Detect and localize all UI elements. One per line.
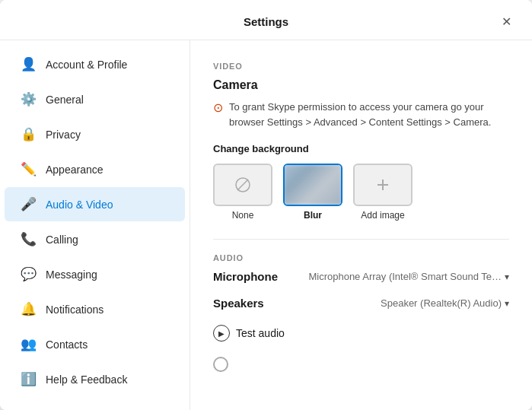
calling-icon: 📞 — [20, 231, 37, 247]
window-title: Settings — [37, 15, 495, 28]
video-section-label: VIDEO — [213, 62, 509, 71]
test-audio-label: Test audio — [236, 327, 285, 339]
bg-thumb-add[interactable] — [353, 164, 413, 206]
video-section: VIDEO Camera ⊙ To grant Skype permission… — [213, 62, 509, 221]
sidebar-item-messaging[interactable]: 💬 Messaging — [5, 257, 185, 291]
microphone-label: Microphone — [213, 270, 278, 283]
warning-icon: ⊙ — [213, 100, 223, 115]
audio-video-icon: 🎤 — [20, 196, 37, 212]
sidebar-label-audio-video: Audio & Video — [46, 199, 113, 211]
main-panel: VIDEO Camera ⊙ To grant Skype permission… — [190, 40, 532, 410]
microphone-setting: Microphone Microphone Array (Intel® Smar… — [213, 270, 509, 283]
change-background-label: Change background — [213, 143, 509, 154]
sidebar-label-privacy: Privacy — [46, 129, 81, 141]
content-area: 👤 Account & Profile ⚙️ General 🔒 Privacy… — [0, 40, 532, 410]
bg-option-none[interactable]: None — [213, 164, 272, 221]
sidebar-label-calling: Calling — [46, 234, 78, 246]
svg-line-1 — [237, 180, 248, 190]
speakers-setting: Speakers Speaker (Realtek(R) Audio) ▾ — [213, 297, 509, 310]
notifications-icon: 🔔 — [20, 301, 37, 317]
sidebar-item-notifications[interactable]: 🔔 Notifications — [5, 292, 185, 326]
sidebar-item-help[interactable]: ℹ️ Help & Feedback — [5, 362, 185, 396]
bg-thumb-none[interactable] — [213, 164, 272, 206]
sidebar: 👤 Account & Profile ⚙️ General 🔒 Privacy… — [0, 40, 190, 410]
sidebar-item-account[interactable]: 👤 Account & Profile — [5, 47, 185, 81]
plus-icon — [374, 176, 391, 193]
bottom-hint-row — [213, 357, 509, 372]
bg-caption-none: None — [232, 210, 254, 221]
sidebar-item-appearance[interactable]: ✏️ Appearance — [5, 152, 185, 186]
audio-section: AUDIO Microphone Microphone Array (Intel… — [213, 253, 509, 372]
bg-option-add[interactable]: Add image — [353, 164, 413, 221]
sidebar-item-privacy[interactable]: 🔒 Privacy — [5, 117, 185, 151]
warning-text: To grant Skype permission to access your… — [229, 100, 509, 129]
close-button[interactable]: ✕ — [495, 11, 517, 32]
circle-indicator-icon — [213, 357, 228, 372]
sidebar-label-help: Help & Feedback — [46, 373, 127, 386]
play-icon: ▶ — [213, 325, 230, 342]
bg-option-blur[interactable]: Blur — [283, 164, 342, 221]
account-icon: 👤 — [20, 56, 37, 72]
sidebar-label-general: General — [46, 94, 84, 106]
camera-title: Camera — [213, 78, 509, 92]
content-settings-link: Content Settings — [369, 116, 442, 128]
section-divider — [213, 239, 509, 240]
speakers-label: Speakers — [213, 297, 264, 310]
microphone-value: Microphone Array (Intel® Smart Sound Te… — [308, 271, 502, 282]
sidebar-item-general[interactable]: ⚙️ General — [5, 82, 185, 116]
titlebar: Settings ✕ — [0, 0, 532, 40]
test-audio-button[interactable]: ▶ Test audio — [213, 323, 285, 343]
speakers-dropdown[interactable]: Speaker (Realtek(R) Audio) ▾ — [381, 297, 509, 309]
audio-section-label: AUDIO — [213, 253, 509, 262]
advanced-link: Advanced — [314, 116, 358, 128]
help-icon: ℹ️ — [20, 371, 37, 387]
sidebar-item-audio-video[interactable]: 🎤 Audio & Video — [5, 187, 185, 221]
general-icon: ⚙️ — [20, 91, 37, 107]
sidebar-label-messaging: Messaging — [46, 269, 97, 281]
speakers-value: Speaker (Realtek(R) Audio) — [381, 297, 502, 309]
sidebar-item-calling[interactable]: 📞 Calling — [5, 222, 185, 256]
microphone-chevron-icon: ▾ — [505, 272, 509, 282]
appearance-icon: ✏️ — [20, 161, 37, 177]
background-options: None Blur — [213, 164, 509, 221]
sidebar-item-contacts[interactable]: 👥 Contacts — [5, 327, 185, 361]
bg-thumb-blur[interactable] — [283, 164, 342, 206]
blur-preview — [283, 164, 342, 206]
speakers-chevron-icon: ▾ — [505, 298, 509, 309]
bg-caption-blur: Blur — [304, 210, 322, 221]
contacts-icon: 👥 — [20, 336, 37, 352]
sidebar-label-notifications: Notifications — [46, 304, 104, 316]
sidebar-label-contacts: Contacts — [46, 338, 88, 351]
sidebar-label-appearance: Appearance — [46, 164, 104, 176]
microphone-dropdown[interactable]: Microphone Array (Intel® Smart Sound Te…… — [308, 271, 509, 282]
settings-window: Settings ✕ 👤 Account & Profile ⚙️ Genera… — [0, 0, 532, 410]
messaging-icon: 💬 — [20, 266, 37, 282]
bg-caption-add: Add image — [361, 210, 404, 221]
sidebar-label-account: Account & Profile — [46, 59, 127, 71]
slash-circle-icon — [234, 176, 251, 193]
privacy-icon: 🔒 — [20, 126, 37, 142]
camera-warning: ⊙ To grant Skype permission to access yo… — [213, 100, 509, 129]
